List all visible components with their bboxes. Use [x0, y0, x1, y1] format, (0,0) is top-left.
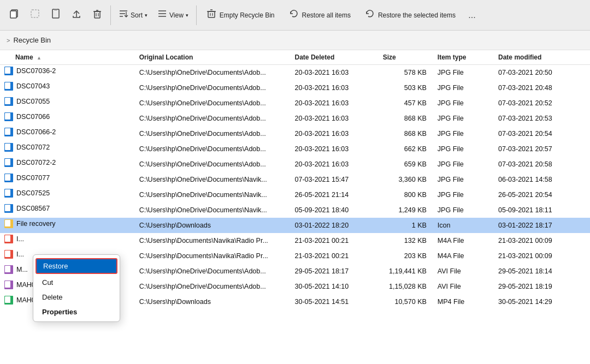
file-size-cell: 659 KB [377, 157, 432, 172]
table-row[interactable]: DSC07055C:\Users\hp\OneDrive\Documents\A… [0, 96, 590, 111]
file-type-cell: JPG File [432, 187, 493, 202]
view-button[interactable]: View ▾ [153, 2, 193, 28]
file-size-cell: 578 KB [377, 65, 432, 80]
col-header-location[interactable]: Original Location [134, 50, 290, 65]
table-row[interactable]: DSC07066-2C:\Users\hp\OneDrive\Documents… [0, 126, 590, 141]
file-date-modified-cell: 29-05-2021 18:19 [493, 279, 590, 294]
file-type-icon [4, 219, 13, 228]
context-menu: Restore Cut Delete Properties [33, 254, 120, 322]
table-row[interactable]: File recoveryC:\Users\hp\Downloads03-01-… [0, 218, 590, 233]
file-date-deleted-cell: 20-03-2021 16:03 [290, 157, 377, 172]
restore-selected-button[interactable]: Restore the selected items [358, 2, 462, 28]
file-date-deleted-cell: 05-09-2021 18:40 [290, 202, 377, 218]
table-row[interactable]: I...C:\Users\hp\Documents\Navika\Radio P… [0, 233, 590, 248]
col-header-date-deleted[interactable]: Date Deleted [290, 50, 377, 65]
file-date-modified-cell: 07-03-2021 20:52 [493, 96, 590, 111]
cut-toolbar-button[interactable] [25, 2, 45, 28]
copy-to-clipboard-button[interactable] [4, 2, 24, 28]
file-date-deleted-cell: 07-03-2021 15:47 [290, 172, 377, 187]
file-type-icon [4, 128, 13, 136]
col-header-size[interactable]: Size [377, 50, 432, 65]
file-location-cell: C:\Users\hp\Downloads [134, 294, 290, 309]
table-row[interactable]: DSC07036-2C:\Users\hp\OneDrive\Documents… [0, 65, 590, 80]
more-options-button[interactable]: ... [463, 7, 481, 24]
context-menu-properties[interactable]: Properties [33, 305, 120, 319]
file-type-icon [4, 112, 13, 121]
file-date-modified-cell: 07-03-2021 20:50 [493, 65, 590, 80]
file-size-cell: 868 KB [377, 126, 432, 141]
file-name-cell: DSC07066 [0, 111, 120, 123]
file-name-cell: DSC07072-2 [0, 157, 120, 169]
file-location-cell: C:\Users\hp\OneDrive\Documents\Adob... [134, 141, 290, 157]
file-date-deleted-cell: 20-03-2021 16:03 [290, 126, 377, 141]
file-date-deleted-cell: 30-05-2021 14:51 [290, 294, 377, 309]
breadcrumb-separator-1: > [7, 37, 10, 44]
table-row[interactable]: DSC07066C:\Users\hp\OneDrive\Documents\A… [0, 111, 590, 126]
file-name-text: DSC07043 [16, 82, 50, 90]
table-row[interactable]: DSC07525C:\Users\hp\OneDrive\Documents\N… [0, 187, 590, 202]
sort-button[interactable]: Sort ▾ [114, 2, 152, 28]
col-header-date-modified[interactable]: Date modified [493, 50, 590, 65]
copy-clipboard-icon [9, 8, 20, 22]
file-name-cell: DSC08567 [0, 202, 120, 214]
file-size-cell: 1,249 KB [377, 202, 432, 218]
file-type-icon [4, 281, 13, 289]
paste-button[interactable] [46, 2, 66, 28]
more-options-icon: ... [468, 10, 475, 20]
table-row[interactable]: DSC08567C:\Users\hp\OneDrive\Documents\N… [0, 202, 590, 218]
paste-icon [50, 8, 61, 22]
col-header-name[interactable]: Name ▲ [0, 50, 134, 65]
restore-all-icon [289, 9, 299, 21]
file-date-modified-cell: 05-09-2021 18:11 [493, 202, 590, 218]
file-date-modified-cell: 06-03-2021 14:58 [493, 172, 590, 187]
file-name-text: DSC07077 [16, 174, 50, 182]
file-size-cell: 132 KB [377, 233, 432, 248]
share-button[interactable] [67, 2, 86, 28]
file-name-text: M... [16, 266, 28, 273]
file-type-cell: JPG File [432, 80, 493, 96]
file-location-cell: C:\Users\hp\OneDrive\Documents\Navik... [134, 202, 290, 218]
file-type-icon [4, 204, 13, 213]
file-size-cell: 800 KB [377, 187, 432, 202]
context-menu-restore[interactable]: Restore [36, 258, 117, 274]
view-chevron-icon: ▾ [186, 13, 188, 18]
table-row[interactable]: DSC07043C:\Users\hp\OneDrive\Documents\A… [0, 80, 590, 96]
breadcrumb-recycle-bin[interactable]: Recycle Bin [13, 36, 51, 44]
file-location-cell: C:\Users\hp\OneDrive\Documents\Navik... [134, 172, 290, 187]
file-location-cell: C:\Users\hp\OneDrive\Documents\Adob... [134, 279, 290, 294]
file-type-icon [4, 143, 13, 152]
file-location-cell: C:\Users\hp\OneDrive\Documents\Navik... [134, 187, 290, 202]
col-header-type[interactable]: Item type [432, 50, 493, 65]
file-type-icon [4, 174, 13, 182]
table-row[interactable]: DSC07072-2C:\Users\hp\OneDrive\Documents… [0, 157, 590, 172]
table-row[interactable]: DSC07072C:\Users\hp\OneDrive\Documents\A… [0, 141, 590, 157]
context-menu-cut[interactable]: Cut [33, 275, 120, 290]
file-date-deleted-cell: 21-03-2021 00:21 [290, 248, 377, 264]
empty-recycle-bin-button[interactable]: Empty Recycle Bin [200, 2, 281, 28]
file-name-text: DSC07072 [16, 144, 50, 151]
context-menu-delete[interactable]: Delete [33, 290, 120, 305]
restore-all-button[interactable]: Restore all items [282, 2, 357, 28]
file-size-cell: 1 KB [377, 218, 432, 233]
file-name-cell: DSC07525 [0, 187, 120, 199]
svg-rect-3 [52, 9, 59, 18]
svg-rect-1 [10, 11, 16, 18]
file-date-modified-cell: 03-01-2022 18:17 [493, 218, 590, 233]
file-name-text: File recovery [16, 220, 56, 228]
file-type-icon [4, 189, 13, 198]
file-size-cell: 503 KB [377, 80, 432, 96]
table-row[interactable]: DSC07077C:\Users\hp\OneDrive\Documents\N… [0, 172, 590, 187]
file-type-cell: JPG File [432, 172, 493, 187]
table-header-row: Name ▲ Original Location Date Deleted Si… [0, 50, 590, 65]
file-name-text: I... [16, 250, 24, 258]
file-type-cell: MP4 File [432, 294, 493, 309]
file-type-icon [4, 82, 13, 91]
delete-button[interactable] [87, 2, 107, 28]
file-date-deleted-cell: 20-03-2021 16:03 [290, 65, 377, 80]
file-type-icon [4, 97, 13, 106]
file-name-cell: DSC07055 [0, 96, 120, 108]
file-size-cell: 10,570 KB [377, 294, 432, 309]
delete-icon [92, 8, 103, 22]
restore-all-label: Restore all items [302, 11, 351, 19]
file-date-deleted-cell: 20-03-2021 16:03 [290, 80, 377, 96]
